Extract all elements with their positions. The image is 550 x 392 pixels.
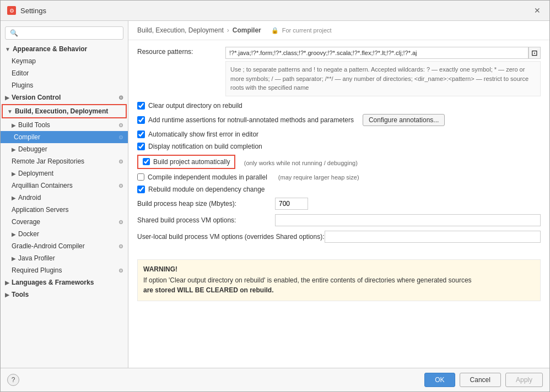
- sidebar-item-editor[interactable]: Editor: [1, 67, 128, 79]
- user-vm-input[interactable]: [325, 231, 541, 243]
- close-button[interactable]: ✕: [532, 5, 543, 16]
- for-project-label: For current project: [282, 27, 332, 34]
- warning-section: WARNING! If option 'Clear output directo…: [137, 259, 541, 301]
- arrow-icon: ▶: [12, 231, 16, 237]
- heap-size-row: Build process heap size (Mbytes):: [137, 198, 541, 210]
- shared-vm-row: Shared build process VM options:: [137, 214, 541, 226]
- arrow-icon: ▶: [12, 146, 16, 153]
- cancel-button[interactable]: Cancel: [460, 373, 501, 387]
- sidebar-item-build-execution-wrapper: ▼ Build, Execution, Deployment: [2, 104, 127, 118]
- arrow-icon: ▶: [5, 280, 9, 286]
- rebuild-on-change-row: Rebuild module on dependency change: [137, 186, 541, 193]
- show-first-error-row: Automatically show first error in editor: [137, 130, 541, 138]
- expand-button[interactable]: ⊡: [529, 47, 541, 59]
- settings-icon: ⚙: [118, 95, 123, 101]
- sidebar-item-compiler[interactable]: Compiler ⚙: [1, 131, 128, 143]
- warning-title: WARNING!: [143, 265, 535, 273]
- sidebar-item-gradle-android[interactable]: Gradle-Android Compiler ⚙: [1, 240, 128, 252]
- sidebar-item-deployment[interactable]: ▶ Deployment: [1, 167, 128, 179]
- show-first-error-label: Automatically show first error in editor: [148, 130, 258, 138]
- add-assertions-label: Add runtime assertions for notnull-annot…: [148, 116, 354, 124]
- compile-parallel-checkbox[interactable]: [137, 173, 144, 181]
- arrow-icon: ▼: [5, 46, 10, 52]
- sidebar-item-docker[interactable]: ▶ Docker: [1, 228, 128, 240]
- clear-output-row: Clear output directory on rebuild: [137, 102, 541, 110]
- add-assertions-row: Add runtime assertions for notnull-annot…: [137, 114, 541, 126]
- configure-annotations-button[interactable]: Configure annotations...: [363, 114, 445, 126]
- warning-text: If option 'Clear output directory on reb…: [143, 275, 535, 295]
- main-panel: Build, Execution, Deployment › Compiler …: [128, 21, 549, 368]
- sidebar-item-debugger[interactable]: ▶ Debugger: [1, 143, 128, 155]
- resource-patterns-label: Resource patterns:: [137, 47, 225, 56]
- apply-button[interactable]: Apply: [505, 373, 543, 387]
- breadcrumb: Build, Execution, Deployment › Compiler …: [128, 21, 549, 40]
- sidebar-item-plugins[interactable]: Plugins: [1, 79, 128, 91]
- arrow-icon: ▶: [12, 255, 16, 262]
- heap-input[interactable]: [275, 198, 308, 210]
- sidebar-item-tools[interactable]: ▶ Tools: [1, 288, 128, 301]
- settings-icon: ⚙: [118, 268, 123, 274]
- settings-icon: ⚙: [118, 122, 123, 128]
- sidebar-item-coverage[interactable]: Coverage ⚙: [1, 216, 128, 228]
- settings-icon: ⚙: [118, 219, 123, 225]
- breadcrumb-separator: ›: [227, 26, 229, 34]
- settings-icon: ⚙: [118, 159, 123, 165]
- title-bar: Settings ✕: [1, 1, 549, 21]
- footer-right: OK Cancel Apply: [424, 373, 543, 387]
- compile-parallel-row: Compile independent modules in parallel …: [137, 173, 541, 181]
- dialog-title: Settings: [20, 7, 46, 15]
- sidebar-item-version-control[interactable]: ▶ Version Control ⚙: [1, 91, 128, 104]
- content-area: ▼ Appearance & Behavior Keymap Editor Pl…: [1, 21, 549, 368]
- clear-output-checkbox[interactable]: [137, 102, 145, 110]
- settings-dialog: Settings ✕ ▼ Appearance & Behavior Keyma…: [0, 0, 550, 392]
- sidebar-item-required-plugins[interactable]: Required Plugins ⚙: [1, 264, 128, 276]
- build-automatically-checkbox[interactable]: [143, 158, 150, 165]
- sidebar-item-java-profiler[interactable]: ▶ Java Profiler: [1, 252, 128, 264]
- show-first-error-checkbox[interactable]: [137, 130, 145, 138]
- rebuild-on-change-label: Rebuild module on dependency change: [148, 186, 265, 193]
- search-input[interactable]: [5, 26, 123, 40]
- add-assertions-checkbox[interactable]: [137, 116, 145, 124]
- display-notification-row: Display notification on build completion: [137, 143, 541, 150]
- sidebar-item-languages[interactable]: ▶ Languages & Frameworks: [1, 276, 128, 288]
- sidebar-item-build-execution[interactable]: ▼ Build, Execution, Deployment: [3, 105, 126, 117]
- sidebar-item-keymap[interactable]: Keymap: [1, 55, 128, 67]
- user-vm-row: User-local build process VM options (ove…: [137, 231, 541, 243]
- sidebar-item-build-tools[interactable]: ▶ Build Tools ⚙: [1, 119, 128, 131]
- sidebar-item-remote-jar[interactable]: Remote Jar Repositories ⚙: [1, 155, 128, 167]
- help-button[interactable]: ?: [7, 374, 19, 386]
- build-automatically-label: Build project automatically: [153, 158, 230, 166]
- display-notification-label: Display notification on build completion: [148, 143, 262, 150]
- sidebar-item-arquillian[interactable]: Arquillian Containers ⚙: [1, 179, 128, 192]
- resource-patterns-input[interactable]: [225, 47, 529, 59]
- ok-button[interactable]: OK: [424, 373, 455, 387]
- arrow-icon: ▶: [12, 171, 16, 177]
- footer: ? OK Cancel Apply: [1, 368, 549, 391]
- resource-patterns-row: Resource patterns: ⊡ Use ; to separate p…: [137, 47, 541, 96]
- compile-parallel-label: Compile independent modules in parallel: [148, 173, 267, 181]
- clear-output-label: Clear output directory on rebuild: [148, 102, 242, 110]
- arrow-icon: ▼: [7, 108, 13, 115]
- sidebar-item-app-servers[interactable]: Application Servers: [1, 204, 128, 216]
- arrow-icon: ▶: [12, 122, 16, 128]
- arrow-icon: ▶: [5, 292, 9, 298]
- arrow-icon: ▶: [5, 95, 9, 101]
- lock-icon: 🔒: [271, 27, 279, 34]
- compiler-settings-content: Resource patterns: ⊡ Use ; to separate p…: [128, 40, 549, 368]
- sidebar-item-appearance[interactable]: ▼ Appearance & Behavior: [1, 43, 128, 55]
- display-notification-checkbox[interactable]: [137, 143, 145, 150]
- sidebar-item-android[interactable]: ▶ Android: [1, 192, 128, 204]
- app-icon: [7, 6, 16, 15]
- resource-hint: Use ; to separate patterns and ! to nega…: [225, 61, 541, 96]
- settings-icon: ⚙: [118, 243, 123, 249]
- shared-vm-label: Shared build process VM options:: [137, 216, 275, 224]
- heap-label: Build process heap size (Mbytes):: [137, 200, 275, 208]
- shared-vm-input[interactable]: [275, 214, 541, 226]
- build-automatically-row: Build project automatically: [137, 155, 235, 169]
- settings-icon: ⚙: [118, 183, 123, 189]
- settings-icon: ⚙: [118, 134, 123, 140]
- rebuild-on-change-checkbox[interactable]: [137, 186, 145, 193]
- compile-parallel-note: (may require larger heap size): [278, 174, 359, 181]
- warning-text2: are stored WILL BE CLEARED on rebuild.: [143, 286, 273, 294]
- resource-patterns-value: ⊡ Use ; to separate patterns and ! to ne…: [225, 47, 541, 96]
